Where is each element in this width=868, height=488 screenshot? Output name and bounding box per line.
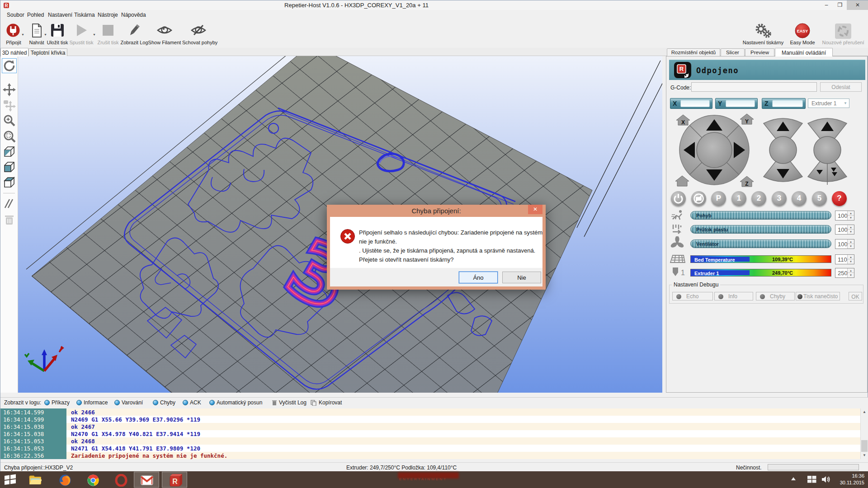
move-object-button[interactable] <box>3 99 16 112</box>
tab-preview[interactable]: Preview <box>745 48 774 56</box>
menu-nastaveni[interactable]: Nastavení <box>48 12 72 18</box>
bed-temp-bar[interactable]: Bed Temperature 109,39°C <box>690 255 831 263</box>
preset-4-button[interactable]: 4 <box>792 191 807 206</box>
atx-off-button[interactable] <box>691 191 706 206</box>
fan-slider[interactable]: Ventilátor <box>690 239 831 248</box>
debug-title: Nastavení Debugu <box>672 282 720 288</box>
menu-tiskarna[interactable]: Tiskárna <box>74 12 95 18</box>
tab-manualni-ovladani[interactable]: Manuální ovládání <box>775 48 833 56</box>
preset-2-button[interactable]: 2 <box>751 191 766 206</box>
filter-varovani[interactable]: Varování <box>114 399 143 407</box>
filter-autoscroll[interactable]: Automatický posun <box>209 399 262 407</box>
taskbar-chrome[interactable] <box>87 474 99 486</box>
move-view-button[interactable] <box>3 83 16 96</box>
tray-network-icon[interactable] <box>807 475 817 486</box>
close-button[interactable]: ✕ <box>847 0 868 10</box>
filter-chyby[interactable]: Chyby <box>153 399 175 407</box>
xy-pad <box>679 115 749 185</box>
info-dot <box>718 294 723 299</box>
easy-mode-button[interactable]: EASY Easy Mode <box>789 21 816 47</box>
delete-object-button[interactable] <box>3 213 16 226</box>
power-button[interactable] <box>671 191 686 206</box>
menu-soubor[interactable]: Soubor <box>7 12 24 18</box>
taskbar-repetier[interactable]: R <box>162 472 187 488</box>
scroll-thumb[interactable] <box>861 440 868 452</box>
log-scrollbar[interactable]: ▲ ▼ <box>860 408 868 459</box>
show-log-button[interactable]: Zobrazit Log <box>116 21 152 47</box>
axis-y-display: Y <box>715 98 758 109</box>
extruder-temp-label: Extruder 1 <box>692 270 750 275</box>
toggle-dot <box>76 400 82 405</box>
debug-errors-button[interactable]: Chyby <box>756 292 795 300</box>
tab-teplotni-krivka[interactable]: Teplotní křivka <box>28 48 67 56</box>
emergency-button[interactable]: Nouzové přerušení <box>820 21 867 47</box>
extruder-temp-bar[interactable]: Extruder 1 249,70°C <box>690 269 831 277</box>
filter-informace[interactable]: Informace <box>76 399 108 407</box>
taskbar-explorer[interactable] <box>29 474 41 486</box>
iso-view-button[interactable] <box>3 145 16 159</box>
debug-info-button[interactable]: Info <box>714 292 753 300</box>
help-button[interactable]: ? <box>832 191 847 206</box>
debug-echo-button[interactable]: Echo <box>672 292 713 300</box>
dialog-title: Chyba připojení: <box>327 207 546 215</box>
gcode-input[interactable] <box>691 82 817 92</box>
jog-controls[interactable]: X Y Z <box>670 113 851 203</box>
top-view-button[interactable] <box>3 176 16 189</box>
flow-slider[interactable]: Průtok plastu <box>690 225 831 234</box>
preset-3-button[interactable]: 3 <box>772 191 787 206</box>
taskbar-opera[interactable] <box>115 474 127 486</box>
flow-spinner[interactable]: 100 ▲▼ <box>835 225 854 235</box>
send-button[interactable]: Odeslat <box>820 82 862 92</box>
toolbar: ▼ Připojit ▼ Nahrát Uložit tisk <box>0 20 868 48</box>
speed-slider[interactable]: Pohyb <box>690 211 831 220</box>
view-tool-strip <box>0 56 18 393</box>
start-button[interactable] <box>5 474 18 486</box>
extruder-temp-spinner[interactable]: 250 ▲▼ <box>835 268 854 278</box>
park-button[interactable]: P <box>711 191 726 206</box>
tray-clock[interactable]: 16:36 30.11.2015 <box>840 473 864 486</box>
maximize-button[interactable]: ❐ <box>833 0 847 10</box>
preset-5-button[interactable]: 5 <box>812 191 827 206</box>
minimize-button[interactable]: – <box>820 0 833 10</box>
menu-nastroje[interactable]: Nástroje <box>98 12 118 18</box>
bed-temp-spinner[interactable]: 110 ▲▼ <box>835 254 854 264</box>
menu-pohled[interactable]: Pohled <box>27 12 44 18</box>
dialog-close-button[interactable]: ✕ <box>528 205 542 214</box>
fan-spinner[interactable]: 100 ▲▼ <box>835 239 854 249</box>
extruder-select[interactable]: Extruder 1 ▼ <box>808 99 849 108</box>
tab-slicer[interactable]: Slicer <box>721 48 745 56</box>
debug-dryrun-button[interactable]: Tisk nanečisto <box>796 292 840 300</box>
fit-view-button[interactable] <box>3 130 16 143</box>
tray-expand-icon[interactable] <box>791 477 796 480</box>
explorer-icon <box>29 474 42 486</box>
rotate-view-button[interactable] <box>2 58 17 73</box>
debug-ok-button[interactable]: OK <box>849 292 862 300</box>
front-view-button[interactable] <box>3 161 16 174</box>
tray-volume-icon[interactable] <box>821 475 831 486</box>
speed-spinner[interactable]: 100 ▲▼ <box>835 211 854 221</box>
taskbar-firefox[interactable] <box>59 474 71 486</box>
show-filament-label: Show Filament <box>148 40 181 45</box>
dialog-message: Připojení selhalo s následující chybou: … <box>359 228 542 264</box>
dialog-yes-button[interactable]: Áno <box>459 272 498 283</box>
filter-ack[interactable]: ACK <box>183 399 201 407</box>
pencil-icon <box>127 23 142 38</box>
connect-button[interactable]: ▼ Připojit <box>1 21 26 47</box>
speed-icon <box>671 209 684 221</box>
menu-napoveda[interactable]: Nápověda <box>121 12 146 18</box>
parallel-projection-button[interactable] <box>3 197 16 210</box>
filter-prikazy[interactable]: Příkazy <box>44 399 70 407</box>
hide-travel-button[interactable]: Schovat pohyby <box>182 21 215 47</box>
dialog-no-button[interactable]: Nie <box>502 272 541 283</box>
dryrun-dot <box>797 294 802 299</box>
preset-1-button[interactable]: 1 <box>731 191 746 206</box>
start-print-button[interactable]: ▼ Spustit tisk <box>66 21 96 47</box>
show-filament-button[interactable]: Show Filament <box>148 21 181 47</box>
printer-settings-button[interactable]: Nastavení tiskárny <box>741 21 785 47</box>
tab-3d-nahled[interactable]: 3D náhled <box>0 48 28 56</box>
zoom-button[interactable] <box>3 114 16 127</box>
taskbar-gmail[interactable] <box>134 472 159 488</box>
clear-log-button[interactable]: Vyčistit Log <box>272 399 307 407</box>
copy-log-button[interactable]: Kopírovat <box>311 399 342 407</box>
tab-rozmisteni-objektu[interactable]: Rozmístění objektů <box>667 48 720 56</box>
